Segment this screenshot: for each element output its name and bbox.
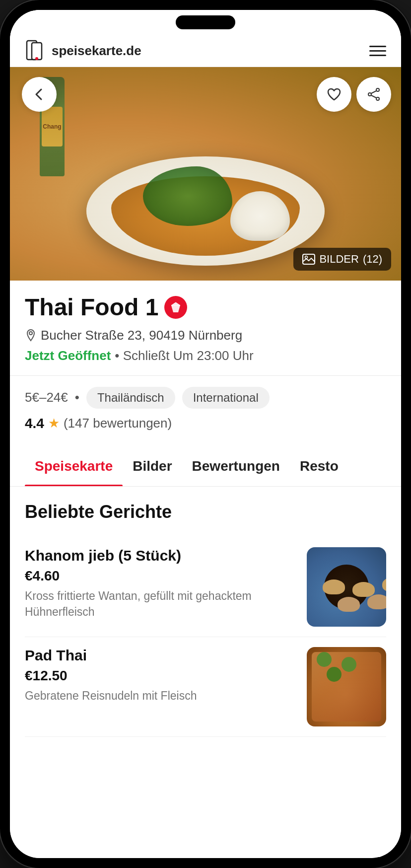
share-icon [367, 87, 381, 101]
tag-thai[interactable]: Thailändisch [86, 387, 175, 409]
svg-line-6 [371, 91, 376, 93]
menu-item-image [307, 647, 386, 726]
tag-international[interactable]: International [182, 387, 270, 409]
images-badge[interactable]: BILDER (12) [293, 248, 391, 271]
phone-frame: speisekarte.de Chang [0, 0, 411, 868]
svg-point-2 [35, 57, 38, 60]
price-tags-row: 5€–24€ • Thailändisch International [25, 387, 386, 409]
svg-point-3 [376, 88, 379, 91]
menu-section: Beliebte Gerichte Khanom jieb (5 Stück) … [10, 487, 401, 752]
star-icon: ★ [48, 416, 60, 431]
location-icon [25, 329, 37, 342]
menu-item-desc: Gebratene Reisnudeln mit Fleisch [25, 688, 297, 704]
favorite-button[interactable] [317, 77, 351, 112]
menu-item-name: Khanom jieb (5 Stück) [25, 547, 297, 564]
tab-bilder-label: Bilder [133, 458, 172, 474]
bottle-label: Chang [42, 107, 63, 146]
images-label: BILDER [319, 253, 358, 266]
hero-image: Chang [10, 67, 401, 281]
logo-icon [25, 40, 47, 62]
tab-bilder[interactable]: Bilder [123, 446, 182, 486]
menu-item-image [307, 547, 386, 627]
premium-badge [164, 296, 187, 319]
svg-point-12 [29, 332, 32, 335]
screen-content: speisekarte.de Chang [10, 10, 401, 858]
back-arrow-icon [32, 87, 46, 101]
bullet-separator: • [75, 390, 79, 405]
close-time: • Schließt Um 23:00 Uhr [115, 348, 253, 363]
tab-speisekarte[interactable]: Speisekarte [25, 446, 123, 486]
logo-text: speisekarte.de [52, 43, 141, 59]
restaurant-info: Thai Food 1 Bucher Straße 23, [10, 281, 401, 436]
app-header: speisekarte.de [10, 35, 401, 67]
price-range: 5€–24€ [25, 390, 68, 405]
svg-rect-8 [303, 254, 315, 264]
tabs-section: Speisekarte Bilder Bewertungen Resto [10, 446, 401, 487]
menu-item-info: Pad Thai €12.50 Gebratene Reisnudeln mit… [25, 647, 297, 704]
share-button[interactable] [356, 77, 391, 112]
padthai-image [307, 647, 386, 726]
tab-bewertungen[interactable]: Bewertungen [182, 446, 290, 486]
rating-number: 4.4 [25, 416, 44, 432]
open-status: Jetzt Geöffnet [25, 348, 111, 363]
svg-line-7 [371, 95, 376, 98]
open-status-row: Jetzt Geöffnet • Schließt Um 23:00 Uhr [25, 348, 386, 363]
svg-point-9 [305, 256, 308, 259]
tab-resto[interactable]: Resto [290, 446, 348, 486]
address-text: Bucher Straße 23, 90419 Nürnberg [41, 328, 242, 343]
menu-item-desc: Kross frittierte Wantan, gefüllt mit geh… [25, 588, 297, 620]
menu-item-info: Khanom jieb (5 Stück) €4.60 Kross fritti… [25, 547, 297, 620]
address-row: Bucher Straße 23, 90419 Nürnberg [25, 328, 386, 343]
tab-speisekarte-label: Speisekarte [35, 458, 113, 474]
plate-visual [81, 117, 330, 266]
diamond-icon [169, 301, 182, 313]
logo-area: speisekarte.de [25, 40, 141, 62]
hamburger-line-2 [369, 50, 386, 52]
image-icon [302, 254, 315, 265]
rating-row: 4.4 ★ (147 bewertungen) [25, 416, 386, 432]
svg-point-5 [368, 93, 371, 96]
hamburger-line-1 [369, 46, 386, 47]
restaurant-name: Thai Food 1 [25, 294, 158, 321]
tab-resto-label: Resto [300, 458, 339, 474]
menu-item-name: Pad Thai [25, 647, 297, 664]
status-bar [10, 10, 401, 35]
tags-section: 5€–24€ • Thailändisch International 4.4 … [25, 376, 386, 436]
dumplings-image [307, 547, 386, 627]
menu-item-price: €4.60 [25, 568, 297, 584]
menu-item[interactable]: Pad Thai €12.50 Gebratene Reisnudeln mit… [25, 637, 386, 737]
menu-item[interactable]: Khanom jieb (5 Stück) €4.60 Kross fritti… [25, 537, 386, 637]
menu-item-price: €12.50 [25, 668, 297, 684]
tabs-row: Speisekarte Bilder Bewertungen Resto [25, 446, 386, 486]
hamburger-line-3 [369, 55, 386, 56]
rating-count: (147 bewertungen) [64, 416, 172, 431]
hamburger-button[interactable] [369, 46, 386, 56]
title-row: Thai Food 1 [25, 294, 386, 321]
section-title: Beliebte Gerichte [25, 502, 386, 522]
phone-screen: speisekarte.de Chang [10, 10, 401, 858]
tab-bewertungen-label: Bewertungen [192, 458, 280, 474]
images-count: (12) [363, 253, 382, 266]
heart-icon [327, 87, 342, 101]
svg-point-4 [376, 97, 379, 100]
svg-rect-1 [32, 43, 42, 60]
notch [176, 15, 235, 29]
back-button[interactable] [22, 77, 57, 112]
svg-marker-10 [171, 302, 180, 312]
